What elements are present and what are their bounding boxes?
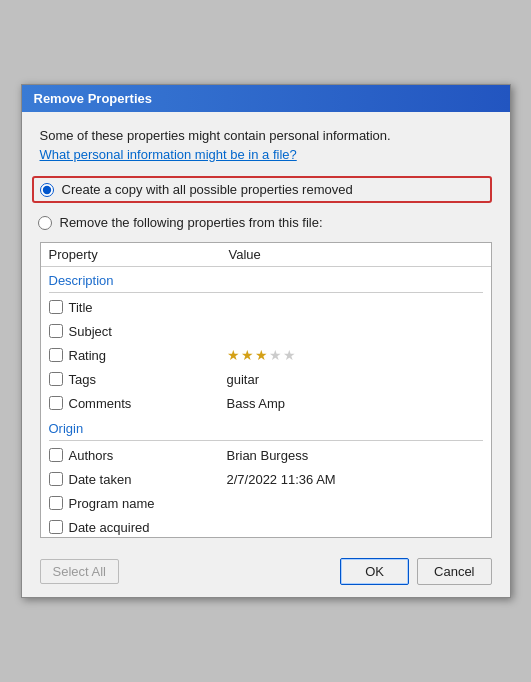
checkbox-rating[interactable] xyxy=(49,348,63,362)
option1-radio-container[interactable]: Create a copy with all possible properti… xyxy=(32,176,492,203)
star-4: ★ xyxy=(269,347,282,363)
option1-radio[interactable] xyxy=(40,183,54,197)
prop-rating: Rating xyxy=(69,348,227,363)
row-rating: Rating ★ ★ ★ ★ ★ xyxy=(41,343,491,367)
section-description: Description xyxy=(41,267,491,290)
option2-label: Remove the following properties from thi… xyxy=(60,215,323,230)
val-rating: ★ ★ ★ ★ ★ xyxy=(227,347,483,363)
personal-info-link[interactable]: What personal information might be in a … xyxy=(40,147,492,162)
select-all-button[interactable]: Select All xyxy=(40,559,119,584)
checkbox-subject[interactable] xyxy=(49,324,63,338)
row-title: Title xyxy=(41,295,491,319)
cancel-button[interactable]: Cancel xyxy=(417,558,491,585)
ok-button[interactable]: OK xyxy=(340,558,409,585)
row-program-name: Program name xyxy=(41,491,491,515)
checkbox-program-name[interactable] xyxy=(49,496,63,510)
dialog-content: Some of these properties might contain p… xyxy=(22,112,510,550)
prop-authors: Authors xyxy=(69,448,227,463)
row-tags: Tags guitar xyxy=(41,367,491,391)
col-value-header: Value xyxy=(229,247,483,262)
prop-date-acquired: Date acquired xyxy=(69,520,227,535)
checkbox-date-taken[interactable] xyxy=(49,472,63,486)
val-tags: guitar xyxy=(227,372,483,387)
checkbox-authors[interactable] xyxy=(49,448,63,462)
checkbox-tags[interactable] xyxy=(49,372,63,386)
option2-radio[interactable] xyxy=(38,216,52,230)
star-3: ★ xyxy=(255,347,268,363)
remove-properties-dialog: Remove Properties Some of these properti… xyxy=(21,84,511,598)
row-date-acquired: Date acquired xyxy=(41,515,491,537)
property-table-wrapper: Property Value Description Title Subject xyxy=(40,242,492,538)
col-property-header: Property xyxy=(49,247,229,262)
val-date-taken: 2/7/2022 11:36 AM xyxy=(227,472,483,487)
checkbox-comments[interactable] xyxy=(49,396,63,410)
checkbox-title[interactable] xyxy=(49,300,63,314)
property-table-scroll[interactable]: Property Value Description Title Subject xyxy=(41,243,491,537)
description-text: Some of these properties might contain p… xyxy=(40,128,492,143)
prop-comments: Comments xyxy=(69,396,227,411)
section-origin: Origin xyxy=(41,415,491,438)
prop-date-taken: Date taken xyxy=(69,472,227,487)
option2-radio-container[interactable]: Remove the following properties from thi… xyxy=(32,211,492,234)
dialog-titlebar: Remove Properties xyxy=(22,85,510,112)
option1-label: Create a copy with all possible properti… xyxy=(62,182,353,197)
prop-tags: Tags xyxy=(69,372,227,387)
dialog-footer: Select All OK Cancel xyxy=(22,550,510,597)
checkbox-date-acquired[interactable] xyxy=(49,520,63,534)
prop-title: Title xyxy=(69,300,227,315)
table-header: Property Value xyxy=(41,243,491,267)
val-comments: Bass Amp xyxy=(227,396,483,411)
prop-program-name: Program name xyxy=(69,496,227,511)
star-2: ★ xyxy=(241,347,254,363)
section-divider-description xyxy=(49,292,483,293)
dialog-title: Remove Properties xyxy=(34,91,153,106)
row-date-taken: Date taken 2/7/2022 11:36 AM xyxy=(41,467,491,491)
val-authors: Brian Burgess xyxy=(227,448,483,463)
stars-display: ★ ★ ★ ★ ★ xyxy=(227,347,296,363)
star-5: ★ xyxy=(283,347,296,363)
prop-subject: Subject xyxy=(69,324,227,339)
row-authors: Authors Brian Burgess xyxy=(41,443,491,467)
row-subject: Subject xyxy=(41,319,491,343)
section-divider-origin xyxy=(49,440,483,441)
row-comments: Comments Bass Amp xyxy=(41,391,491,415)
star-1: ★ xyxy=(227,347,240,363)
